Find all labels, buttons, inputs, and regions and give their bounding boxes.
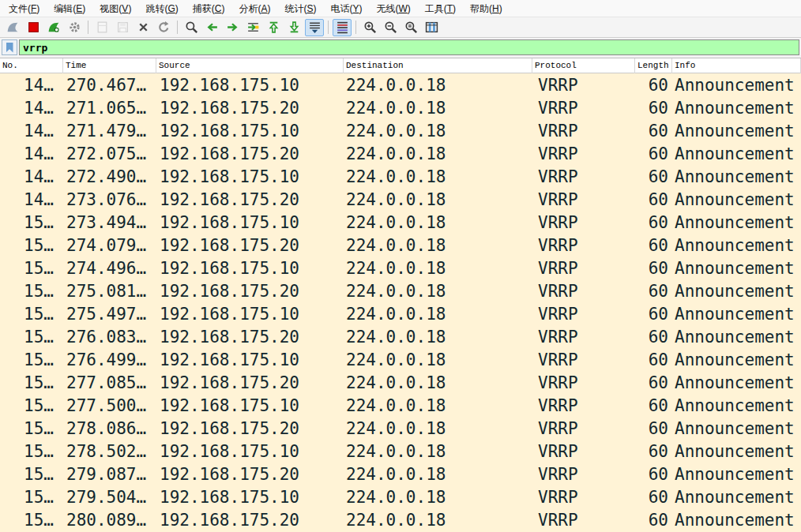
cell-time: 278.502… bbox=[63, 442, 156, 461]
packet-row[interactable]: 14…271.065…192.168.175.20224.0.0.18VRRP6… bbox=[0, 96, 801, 119]
filter-bookmark-button[interactable] bbox=[2, 39, 17, 55]
close-file-button[interactable] bbox=[134, 19, 152, 36]
cell-protocol: VRRP bbox=[532, 167, 635, 186]
packet-row[interactable]: 14…273.076…192.168.175.20224.0.0.18VRRP6… bbox=[0, 188, 801, 211]
cell-protocol: VRRP bbox=[532, 350, 635, 369]
go-forward-button[interactable] bbox=[223, 19, 242, 36]
cell-destination: 224.0.0.18 bbox=[344, 213, 532, 232]
colorize-packets-button[interactable] bbox=[333, 19, 352, 36]
cell-info: Announcement bbox=[672, 488, 801, 507]
go-back-button[interactable] bbox=[202, 19, 221, 36]
start-capture-button[interactable] bbox=[3, 19, 22, 36]
menu-item-tools[interactable]: 工具(T) bbox=[418, 0, 463, 17]
cell-time: 280.089… bbox=[63, 511, 156, 530]
column-header-length[interactable]: Length bbox=[635, 58, 672, 73]
cell-no: 15… bbox=[0, 236, 63, 255]
cell-destination: 224.0.0.18 bbox=[344, 167, 532, 186]
cell-time: 275.081… bbox=[63, 282, 156, 301]
menu-item-go[interactable]: 跳转(G) bbox=[138, 0, 185, 17]
cell-info: Announcement bbox=[672, 259, 801, 278]
packet-row[interactable]: 15…278.086…192.168.175.20224.0.0.18VRRP6… bbox=[0, 417, 801, 440]
cell-protocol: VRRP bbox=[532, 511, 635, 530]
cell-source: 192.168.175.10 bbox=[156, 396, 344, 415]
packet-row[interactable]: 15…277.085…192.168.175.20224.0.0.18VRRP6… bbox=[0, 371, 801, 394]
column-header-protocol[interactable]: Protocol bbox=[532, 58, 635, 73]
packet-row[interactable]: 15…274.496…192.168.175.10224.0.0.18VRRP6… bbox=[0, 257, 801, 279]
packet-row[interactable]: 15…278.502…192.168.175.10224.0.0.18VRRP6… bbox=[0, 440, 801, 463]
cell-time: 272.490… bbox=[63, 167, 156, 186]
packet-row[interactable]: 15…277.500…192.168.175.10224.0.0.18VRRP6… bbox=[0, 394, 801, 417]
packet-row[interactable]: 14…271.479…192.168.175.10224.0.0.18VRRP6… bbox=[0, 119, 801, 142]
column-header-source[interactable]: Source bbox=[156, 58, 344, 73]
zoom-original-button[interactable] bbox=[401, 19, 420, 36]
find-packet-button[interactable] bbox=[182, 19, 201, 36]
packet-row[interactable]: 15…276.083…192.168.175.20224.0.0.18VRRP6… bbox=[0, 325, 801, 348]
packet-row[interactable]: 14…272.490…192.168.175.10224.0.0.18VRRP6… bbox=[0, 165, 801, 188]
cell-no: 14… bbox=[0, 144, 63, 163]
cell-destination: 224.0.0.18 bbox=[344, 373, 532, 392]
cell-info: Announcement bbox=[672, 328, 801, 347]
auto-scroll-button[interactable] bbox=[305, 19, 324, 36]
go-to-packet-button[interactable] bbox=[243, 19, 262, 36]
cell-info: Announcement bbox=[672, 190, 801, 209]
display-filter-bar bbox=[0, 38, 801, 58]
packet-row[interactable]: 15…275.081…192.168.175.20224.0.0.18VRRP6… bbox=[0, 279, 801, 302]
packet-row[interactable]: 14…270.467…192.168.175.10224.0.0.18VRRP6… bbox=[0, 73, 801, 96]
menu-item-telephony[interactable]: 电话(Y) bbox=[323, 0, 369, 17]
column-header-no[interactable]: No. bbox=[0, 58, 63, 73]
cell-no: 15… bbox=[0, 350, 63, 369]
cell-destination: 224.0.0.18 bbox=[344, 328, 532, 347]
display-filter-input[interactable] bbox=[19, 39, 799, 55]
menu-item-edit[interactable]: 编辑(E) bbox=[47, 0, 92, 17]
colorize-icon bbox=[336, 21, 349, 34]
toolbar-separator bbox=[355, 21, 356, 34]
cell-destination: 224.0.0.18 bbox=[344, 144, 532, 163]
cell-no: 15… bbox=[0, 259, 63, 278]
menu-item-capture[interactable]: 捕获(C) bbox=[186, 0, 232, 17]
menu-item-wireless[interactable]: 无线(W) bbox=[369, 0, 417, 17]
menu-item-statistics[interactable]: 统计(S) bbox=[277, 0, 323, 17]
cell-length: 60 bbox=[635, 282, 672, 301]
packet-list-body[interactable]: 14…270.467…192.168.175.10224.0.0.18VRRP6… bbox=[0, 73, 801, 532]
go-to-last-button[interactable] bbox=[284, 19, 303, 36]
reload-file-button[interactable] bbox=[154, 19, 173, 36]
menu-item-analyze[interactable]: 分析(A) bbox=[231, 0, 277, 17]
zoom-out-button[interactable] bbox=[381, 19, 400, 36]
zoom-in-button[interactable] bbox=[360, 19, 379, 36]
cell-source: 192.168.175.20 bbox=[156, 282, 344, 301]
stop-square-icon bbox=[27, 21, 40, 34]
cell-protocol: VRRP bbox=[532, 190, 635, 209]
cell-source: 192.168.175.10 bbox=[156, 350, 344, 369]
cell-length: 60 bbox=[635, 350, 672, 369]
packet-row[interactable]: 15…275.497…192.168.175.10224.0.0.18VRRP6… bbox=[0, 302, 801, 325]
cell-length: 60 bbox=[635, 328, 672, 347]
menu-item-help[interactable]: 帮助(H) bbox=[463, 0, 510, 17]
cell-length: 60 bbox=[635, 511, 672, 530]
packet-row[interactable]: 15…273.494…192.168.175.10224.0.0.18VRRP6… bbox=[0, 211, 801, 234]
capture-options-button[interactable] bbox=[65, 19, 84, 36]
menu-item-view[interactable]: 视图(V) bbox=[92, 0, 138, 17]
go-to-first-button[interactable] bbox=[264, 19, 283, 36]
cell-protocol: VRRP bbox=[532, 282, 635, 301]
cell-destination: 224.0.0.18 bbox=[344, 488, 532, 507]
cell-info: Announcement bbox=[672, 442, 801, 461]
column-header-destination[interactable]: Destination bbox=[344, 58, 532, 73]
menu-item-file[interactable]: 文件(F) bbox=[2, 0, 47, 17]
column-header-info[interactable]: Info bbox=[672, 58, 801, 73]
cell-destination: 224.0.0.18 bbox=[344, 76, 532, 95]
packet-row[interactable]: 15…276.499…192.168.175.10224.0.0.18VRRP6… bbox=[0, 348, 801, 371]
zoom-original-icon bbox=[404, 21, 418, 34]
cell-destination: 224.0.0.18 bbox=[344, 259, 532, 278]
arrow-right-icon bbox=[226, 21, 239, 34]
packet-row[interactable]: 15…279.504…192.168.175.10224.0.0.18VRRP6… bbox=[0, 485, 801, 508]
packet-row[interactable]: 15…280.089…192.168.175.20224.0.0.18VRRP6… bbox=[0, 508, 801, 531]
packet-row[interactable]: 15…274.079…192.168.175.20224.0.0.18VRRP6… bbox=[0, 234, 801, 257]
restart-capture-button[interactable] bbox=[44, 19, 63, 36]
resize-columns-button[interactable] bbox=[422, 19, 441, 36]
menu-bar: 文件(F)编辑(E)视图(V)跳转(G)捕获(C)分析(A)统计(S)电话(Y)… bbox=[0, 0, 801, 17]
packet-row[interactable]: 15…279.087…192.168.175.20224.0.0.18VRRP6… bbox=[0, 463, 801, 485]
packet-row[interactable]: 14…272.075…192.168.175.20224.0.0.18VRRP6… bbox=[0, 142, 801, 165]
packet-list-header: No.TimeSourceDestinationProtocolLengthIn… bbox=[0, 58, 801, 73]
stop-capture-button[interactable] bbox=[24, 19, 43, 36]
column-header-time[interactable]: Time bbox=[63, 58, 156, 73]
